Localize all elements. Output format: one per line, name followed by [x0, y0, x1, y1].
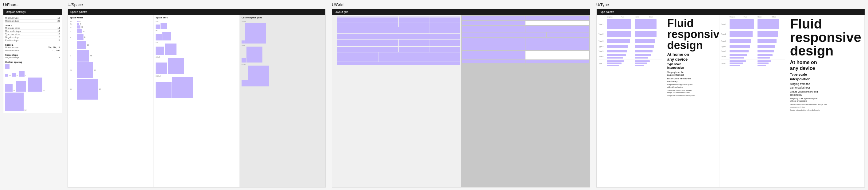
grid-panel-header: Layout grid	[332, 9, 590, 15]
space-pairs-title: Space pairs	[156, 16, 238, 19]
found-row: Max scale steps 18	[5, 30, 60, 33]
space-inner: Space values 3xs 4 2xs 8 xs	[68, 15, 326, 187]
space-section: U/Space Space palette Space values 3xs 4…	[64, 0, 329, 190]
found-row: Type size steps 12	[5, 33, 60, 36]
grid-section: U/Grid Layout grid	[329, 0, 593, 190]
space-pairs-col: Space pairs s-m m-l	[154, 15, 240, 187]
found-section: U/Foun... Utopian settings Minimum type …	[0, 0, 64, 190]
found-panel-header: Utopian settings	[3, 9, 62, 15]
custom-space-title: Custom space pairs	[242, 16, 323, 19]
found-row: Min scale steps 14	[5, 27, 60, 30]
found-row: Maximum type 20	[5, 20, 60, 23]
found-panel: Utopian settings Minimum type 16 Maximum…	[3, 9, 62, 113]
grid-title: U/Grid	[332, 2, 590, 7]
type-panel-header: Type palette	[597, 9, 865, 15]
found-row: Minimum size 674, 614, 19	[5, 46, 60, 49]
type-title: U/Type	[596, 2, 865, 7]
found-row: Minimum type 16	[5, 16, 60, 20]
type-panel: Type palette Utopian Fluid None Other Ty…	[596, 9, 865, 188]
found-row: Maximum size 1.1, 1.00	[5, 49, 60, 52]
found-row: Positive steps 5	[5, 39, 60, 42]
space-values-title: Space values	[70, 16, 152, 19]
space-values-col: Space values 3xs 4 2xs 8 xs	[68, 15, 154, 187]
grid-panel: Layout grid	[332, 9, 590, 188]
type-section: U/Type Type palette Utopian Fluid None O…	[593, 0, 868, 190]
found-content: Minimum type 16 Maximum type 20 Type 1 M…	[3, 15, 62, 113]
found-title: U/Foun...	[3, 2, 62, 7]
space-panel-header: Space palette	[68, 9, 326, 15]
found-row: Negative steps 2	[5, 36, 60, 39]
space-panel: Space palette Space values 3xs 4 2xs 8	[67, 9, 326, 188]
space-title: U/Space	[67, 2, 326, 7]
found-row: Negative steps 2	[5, 56, 60, 59]
type-panel-inner: Utopian Fluid None Other Type 1 Type 2	[597, 15, 865, 187]
custom-space-col: Custom space pairs xs-3xl s-2xl	[240, 15, 326, 187]
